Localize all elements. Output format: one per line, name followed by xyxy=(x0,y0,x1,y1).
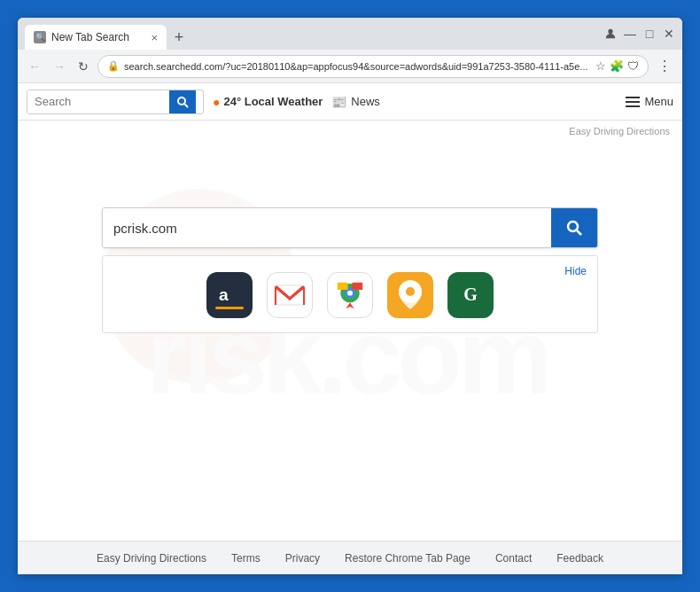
shortcut-gmail[interactable] xyxy=(267,272,313,318)
svg-line-4 xyxy=(577,230,581,235)
toolbar: ● 24° Local Weather 📰 News Menu xyxy=(18,83,682,121)
lock-icon: 🔒 xyxy=(107,60,120,72)
menu-label: Menu xyxy=(644,95,673,108)
svg-point-12 xyxy=(347,291,353,296)
footer-restore-chrome[interactable]: Restore Chrome Tab Page xyxy=(345,552,471,565)
svg-rect-13 xyxy=(338,283,348,290)
toolbar-menu-button[interactable]: Menu xyxy=(626,95,673,108)
url-text: search.searchedd.com/?uc=20180110&ap=app… xyxy=(124,61,591,72)
menu-line-3 xyxy=(626,105,640,107)
menu-line-1 xyxy=(626,97,640,98)
easy-driving-top-label: Easy Driving Directions xyxy=(18,121,682,136)
toolbar-news[interactable]: 📰 News xyxy=(331,95,380,109)
tab-area: 🔍 New Tab Search × + xyxy=(25,18,599,50)
footer-feedback[interactable]: Feedback xyxy=(556,552,603,565)
shortcuts-panel: Hide a xyxy=(102,255,598,333)
shortcut-grammarly[interactable]: G xyxy=(447,272,494,318)
shield-icon[interactable]: 🛡 xyxy=(627,59,639,73)
toolbar-search-input[interactable] xyxy=(27,90,169,113)
minimize-button[interactable]: — xyxy=(624,27,636,40)
toolbar-search-button[interactable] xyxy=(169,90,196,113)
search-area: Hide a xyxy=(18,136,682,333)
browser-window: 🔍 New Tab Search × + — □ ✕ ← → ↻ 🔒 searc… xyxy=(18,18,682,574)
shortcut-amazon[interactable]: a xyxy=(206,272,253,318)
hamburger-icon xyxy=(626,97,640,107)
bookmark-icon[interactable]: ☆ xyxy=(595,59,606,73)
more-options-button[interactable]: ⋮ xyxy=(654,56,675,76)
toolbar-weather[interactable]: ● 24° Local Weather xyxy=(213,95,323,109)
footer: Easy Driving Directions Terms Privacy Re… xyxy=(18,541,682,574)
main-search-box xyxy=(102,207,598,248)
forward-button[interactable]: → xyxy=(50,58,69,75)
tab-label: New Tab Search xyxy=(51,31,129,43)
svg-line-2 xyxy=(185,104,189,107)
reload-button[interactable]: ↻ xyxy=(74,58,92,75)
svg-point-1 xyxy=(178,97,185,105)
weather-icon: ● xyxy=(213,95,220,109)
main-search-button[interactable] xyxy=(551,208,597,247)
back-button[interactable]: ← xyxy=(25,58,44,75)
svg-text:G: G xyxy=(463,284,478,304)
svg-point-16 xyxy=(406,287,415,296)
weather-text: 24° Local Weather xyxy=(223,95,323,108)
footer-terms[interactable]: Terms xyxy=(231,552,261,565)
news-label: News xyxy=(351,95,380,108)
profile-button[interactable] xyxy=(604,27,617,40)
title-bar: 🔍 New Tab Search × + — □ ✕ xyxy=(18,18,682,50)
footer-easy-driving[interactable]: Easy Driving Directions xyxy=(97,552,206,565)
extension-icon1[interactable]: 🧩 xyxy=(610,59,624,73)
hide-button[interactable]: Hide xyxy=(564,265,587,277)
menu-line-2 xyxy=(626,101,640,103)
url-bar[interactable]: 🔒 search.searchedd.com/?uc=20180110&ap=a… xyxy=(97,55,649,78)
tab-favicon: 🔍 xyxy=(34,31,46,43)
svg-point-0 xyxy=(608,29,612,34)
active-tab[interactable]: 🔍 New Tab Search × xyxy=(25,25,167,50)
shortcut-maps[interactable] xyxy=(327,272,373,318)
close-window-button[interactable]: ✕ xyxy=(663,27,675,40)
window-controls: — □ ✕ xyxy=(604,27,675,40)
main-search-input[interactable] xyxy=(103,208,551,247)
footer-contact[interactable]: Contact xyxy=(495,552,532,565)
shortcut-yellowpin[interactable] xyxy=(387,272,433,318)
main-content: risk.com Easy Driving Directions Hide xyxy=(18,121,682,541)
footer-privacy[interactable]: Privacy xyxy=(285,552,320,565)
shortcuts-icons: a xyxy=(117,267,583,322)
toolbar-search-box[interactable] xyxy=(27,90,204,114)
news-icon: 📰 xyxy=(331,95,346,109)
svg-rect-14 xyxy=(352,283,362,290)
url-actions: ☆ 🧩 🛡 xyxy=(595,59,639,73)
address-bar: ← → ↻ 🔒 search.searchedd.com/?uc=2018011… xyxy=(18,50,682,83)
tab-close-button[interactable]: × xyxy=(151,31,158,44)
new-tab-button[interactable]: + xyxy=(167,25,191,50)
svg-point-3 xyxy=(568,222,578,231)
svg-text:a: a xyxy=(219,285,229,304)
maximize-button[interactable]: □ xyxy=(643,27,656,40)
